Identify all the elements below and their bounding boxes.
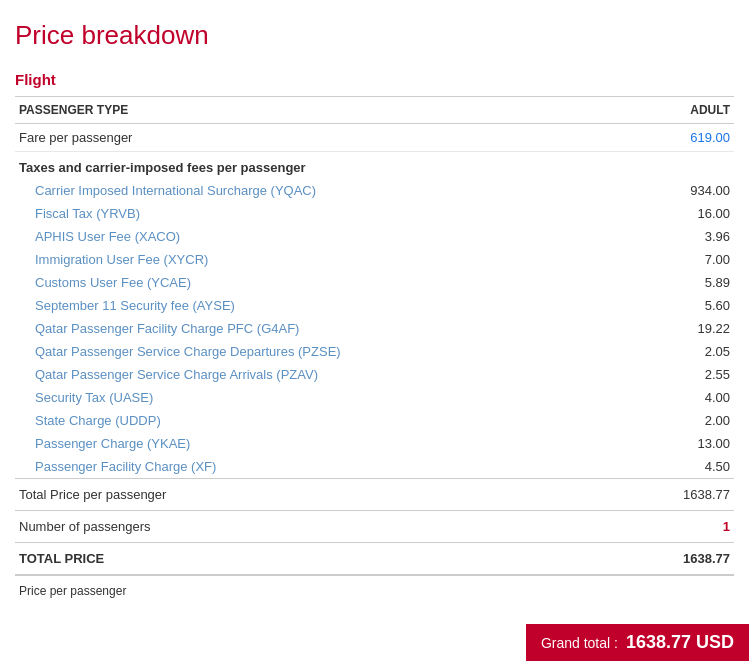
tax-label-2: APHIS User Fee (XACO) [35, 229, 180, 244]
table-row: APHIS User Fee (XACO) 3.96 [15, 225, 734, 248]
tax-value-7: 2.05 [705, 344, 730, 359]
taxes-list: Carrier Imposed International Surcharge … [15, 179, 734, 478]
tax-value-6: 19.22 [697, 321, 730, 336]
table-row: Qatar Passenger Service Charge Departure… [15, 340, 734, 363]
tax-value-12: 4.50 [705, 459, 730, 474]
tax-value-1: 16.00 [697, 206, 730, 221]
table-row: Passenger Charge (YKAE) 13.00 [15, 432, 734, 455]
flight-section-title: Flight [15, 71, 734, 88]
tax-label-9: Security Tax (UASE) [35, 390, 153, 405]
grand-total-label: Grand total : [541, 635, 618, 651]
total-price-label: TOTAL PRICE [19, 551, 104, 566]
table-row: Passenger Facility Charge (XF) 4.50 [15, 455, 734, 478]
tax-value-3: 7.00 [705, 252, 730, 267]
tax-label-4: Customs User Fee (YCAE) [35, 275, 191, 290]
tax-value-8: 2.55 [705, 367, 730, 382]
fare-row: Fare per passenger 619.00 [15, 124, 734, 152]
price-table: PASSENGER TYPE ADULT Fare per passenger … [15, 96, 734, 602]
page-container: Price breakdown Flight PASSENGER TYPE AD… [0, 0, 749, 642]
total-per-passenger-label: Total Price per passenger [19, 487, 166, 502]
fare-label: Fare per passenger [19, 130, 132, 145]
total-per-passenger-row: Total Price per passenger 1638.77 [15, 478, 734, 511]
table-row: September 11 Security fee (AYSE) 5.60 [15, 294, 734, 317]
table-row: State Charge (UDDP) 2.00 [15, 409, 734, 432]
table-row: Qatar Passenger Service Charge Arrivals … [15, 363, 734, 386]
tax-value-10: 2.00 [705, 413, 730, 428]
col-passenger-type: PASSENGER TYPE [19, 103, 128, 117]
grand-total-bar: Grand total : 1638.77 USD [526, 624, 749, 661]
tax-label-3: Immigration User Fee (XYCR) [35, 252, 208, 267]
table-row: Qatar Passenger Facility Charge PFC (G4A… [15, 317, 734, 340]
tax-value-0: 934.00 [690, 183, 730, 198]
taxes-section-title: Taxes and carrier-imposed fees per passe… [15, 152, 734, 179]
tax-label-5: September 11 Security fee (AYSE) [35, 298, 235, 313]
tax-label-11: Passenger Charge (YKAE) [35, 436, 190, 451]
table-header: PASSENGER TYPE ADULT [15, 96, 734, 124]
tax-label-0: Carrier Imposed International Surcharge … [35, 183, 316, 198]
num-passengers-value: 1 [723, 519, 730, 534]
col-adult: ADULT [690, 103, 730, 117]
table-row: Security Tax (UASE) 4.00 [15, 386, 734, 409]
tax-value-5: 5.60 [705, 298, 730, 313]
table-row: Customs User Fee (YCAE) 5.89 [15, 271, 734, 294]
tax-label-10: State Charge (UDDP) [35, 413, 161, 428]
tax-label-1: Fiscal Tax (YRVB) [35, 206, 140, 221]
grand-total-value: 1638.77 USD [626, 632, 734, 653]
price-per-passenger-note: Price per passenger [15, 576, 734, 602]
num-passengers-row: Number of passengers 1 [15, 511, 734, 543]
tax-value-2: 3.96 [705, 229, 730, 244]
tax-value-9: 4.00 [705, 390, 730, 405]
tax-label-12: Passenger Facility Charge (XF) [35, 459, 216, 474]
num-passengers-label: Number of passengers [19, 519, 151, 534]
fare-value: 619.00 [690, 130, 730, 145]
total-price-value: 1638.77 [683, 551, 730, 566]
page-title: Price breakdown [15, 20, 734, 51]
table-row: Immigration User Fee (XYCR) 7.00 [15, 248, 734, 271]
table-row: Fiscal Tax (YRVB) 16.00 [15, 202, 734, 225]
tax-value-11: 13.00 [697, 436, 730, 451]
tax-label-6: Qatar Passenger Facility Charge PFC (G4A… [35, 321, 299, 336]
total-per-passenger-value: 1638.77 [683, 487, 730, 502]
total-price-row: TOTAL PRICE 1638.77 [15, 543, 734, 576]
tax-label-8: Qatar Passenger Service Charge Arrivals … [35, 367, 318, 382]
tax-label-7: Qatar Passenger Service Charge Departure… [35, 344, 341, 359]
tax-value-4: 5.89 [705, 275, 730, 290]
table-row: Carrier Imposed International Surcharge … [15, 179, 734, 202]
